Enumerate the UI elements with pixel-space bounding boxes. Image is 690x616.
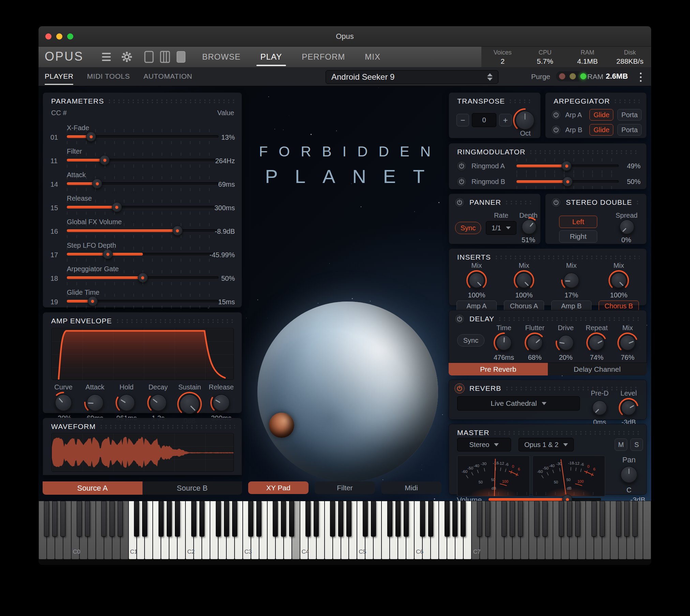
slider-thumb[interactable] xyxy=(103,249,113,259)
hold-knob[interactable] xyxy=(115,391,138,414)
black-key[interactable] xyxy=(224,501,229,537)
black-key[interactable] xyxy=(281,501,286,537)
black-key[interactable] xyxy=(109,501,115,537)
delay-power-icon[interactable] xyxy=(454,314,465,324)
panner-power-icon[interactable] xyxy=(454,197,465,207)
black-key[interactable] xyxy=(248,501,253,537)
arp-glide-button[interactable]: Glide xyxy=(589,124,614,136)
insert-mix-knob[interactable] xyxy=(513,270,535,291)
page-tab-midi-tools[interactable]: MIDI TOOLS xyxy=(87,67,130,86)
slider-thumb[interactable] xyxy=(561,161,572,171)
black-key[interactable] xyxy=(232,501,237,537)
level-knob[interactable] xyxy=(618,397,639,418)
black-key[interactable] xyxy=(330,501,335,537)
stereo-left-button[interactable]: Left xyxy=(559,216,597,228)
black-key[interactable] xyxy=(118,501,123,537)
mixer-panel-icon[interactable] xyxy=(176,51,186,62)
black-key[interactable] xyxy=(485,501,490,537)
black-key[interactable] xyxy=(420,501,425,537)
arp-power-icon[interactable] xyxy=(551,125,561,135)
source-tab-source-b[interactable]: Source B xyxy=(142,481,242,495)
black-key[interactable] xyxy=(85,501,90,537)
slider-thumb[interactable] xyxy=(172,226,183,236)
black-key[interactable] xyxy=(52,501,57,537)
black-key[interactable] xyxy=(314,501,319,537)
rate-select[interactable]: 1/1 xyxy=(486,221,516,235)
param-slider-attack[interactable] xyxy=(67,179,219,189)
black-key[interactable] xyxy=(428,501,433,537)
black-key[interactable] xyxy=(77,501,82,537)
black-key[interactable] xyxy=(101,501,106,537)
arp-porta-button[interactable]: Porta xyxy=(617,124,642,136)
black-key[interactable] xyxy=(510,501,515,537)
slider-thumb[interactable] xyxy=(86,132,96,142)
slider-thumb[interactable] xyxy=(562,176,573,187)
white-key[interactable] xyxy=(643,501,651,559)
repeat-knob[interactable] xyxy=(586,332,608,354)
black-key[interactable] xyxy=(191,501,196,537)
param-slider-global-fx-volume[interactable] xyxy=(67,226,219,236)
main-tab-perform[interactable]: PERFORM xyxy=(302,47,345,67)
transpose-plus-button[interactable]: + xyxy=(499,114,512,126)
black-key[interactable] xyxy=(632,501,638,537)
black-key[interactable] xyxy=(567,501,572,537)
insert-mix-knob[interactable] xyxy=(608,270,630,291)
purge-button[interactable]: Purge xyxy=(531,73,550,81)
envelope-graph[interactable] xyxy=(51,328,234,380)
black-key[interactable] xyxy=(542,501,548,537)
black-key[interactable] xyxy=(44,501,49,537)
black-key[interactable] xyxy=(518,501,523,537)
transpose-minus-button[interactable]: − xyxy=(456,114,469,126)
source-tab-source-a[interactable]: Source A xyxy=(43,481,142,495)
preset-selector[interactable]: Android Seeker 9 xyxy=(326,70,498,84)
kebab-menu-icon[interactable] xyxy=(637,71,644,83)
slider-thumb[interactable] xyxy=(92,179,102,189)
drive-knob[interactable] xyxy=(555,332,577,354)
black-key[interactable] xyxy=(371,501,376,537)
black-key[interactable] xyxy=(591,501,597,537)
ringmod-power-icon[interactable] xyxy=(456,161,467,171)
preset-chevrons-icon[interactable] xyxy=(487,73,493,81)
black-key[interactable] xyxy=(256,501,261,537)
black-key[interactable] xyxy=(142,501,147,537)
black-key[interactable] xyxy=(167,501,172,537)
attack-knob[interactable] xyxy=(84,391,107,414)
mix-knob[interactable] xyxy=(617,332,639,354)
view-button-filter[interactable]: Filter xyxy=(315,481,375,494)
slider-thumb[interactable] xyxy=(112,202,122,212)
black-key[interactable] xyxy=(305,501,311,537)
black-key[interactable] xyxy=(134,501,139,537)
page-tab-automation[interactable]: AUTOMATION xyxy=(144,67,192,86)
param-slider-release[interactable] xyxy=(67,202,219,212)
black-key[interactable] xyxy=(445,501,450,537)
spread-knob[interactable] xyxy=(616,216,638,237)
pre-d-knob[interactable] xyxy=(589,397,610,418)
black-key[interactable] xyxy=(346,501,351,537)
flutter-knob[interactable] xyxy=(524,332,546,354)
ringmod-slider[interactable] xyxy=(516,161,619,171)
black-key[interactable] xyxy=(575,501,580,537)
ringmod-slider[interactable] xyxy=(516,176,619,187)
black-key[interactable] xyxy=(273,501,278,537)
octave-knob[interactable] xyxy=(512,108,538,133)
mute-button[interactable]: M xyxy=(615,438,627,451)
stereo-right-button[interactable]: Right xyxy=(559,230,597,243)
black-key[interactable] xyxy=(289,501,294,537)
solo-button[interactable]: S xyxy=(630,438,643,451)
black-key[interactable] xyxy=(404,501,409,537)
black-key[interactable] xyxy=(60,501,65,537)
slider-thumb[interactable] xyxy=(100,155,110,165)
black-key[interactable] xyxy=(624,501,629,537)
black-key[interactable] xyxy=(477,501,482,537)
param-slider-step-lfo-depth[interactable] xyxy=(67,249,219,259)
black-key[interactable] xyxy=(175,501,180,537)
black-key[interactable] xyxy=(534,501,539,537)
delay-tab-delay-channel[interactable]: Delay Channel xyxy=(548,363,647,375)
black-key[interactable] xyxy=(600,501,605,537)
depth-knob[interactable] xyxy=(519,216,540,237)
reverb-preset-select[interactable]: Live Cathedral xyxy=(457,396,580,411)
gear-icon[interactable] xyxy=(121,51,133,62)
sustain-knob[interactable] xyxy=(177,391,202,417)
black-key[interactable] xyxy=(461,501,466,537)
main-tab-mix[interactable]: MIX xyxy=(365,47,380,67)
